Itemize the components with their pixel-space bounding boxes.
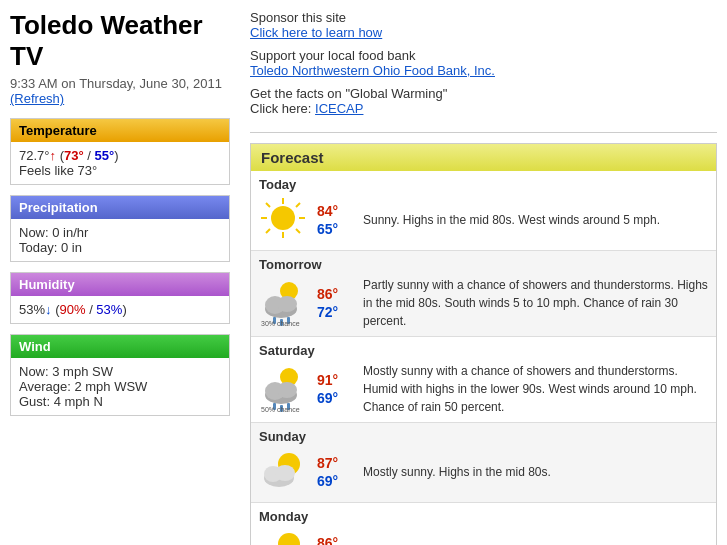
forecast-icon-temps: 87° 69° Mostly sunny. Highs in the mid 8…	[259, 448, 708, 496]
temperature-header: Temperature	[11, 119, 229, 142]
humidity-trend: ↓	[45, 302, 52, 317]
humidity-low: 53%	[96, 302, 122, 317]
precipitation-card: Precipitation Now: 0 in/hr Today: 0 in	[10, 195, 230, 262]
forecast-temps: 84° 65°	[317, 203, 353, 237]
svg-text:50% chance: 50% chance	[261, 406, 300, 413]
svg-point-12	[277, 296, 297, 312]
forecast-day-row: Today 84° 65° Sunny. Highs in the mid 80…	[251, 171, 716, 251]
forecast-high: 91°	[317, 372, 338, 388]
sponsor-link-2[interactable]: Toledo Northwestern Ohio Food Bank, Inc.	[250, 63, 717, 78]
sponsor-line3: Get the facts on "Global Warming"	[250, 86, 447, 101]
forecast-day-row: Saturday 50% chance 91° 69° Mostly sunny…	[251, 337, 716, 423]
subtitle-text: 9:33 AM on Thursday, June 30, 2011	[10, 76, 222, 91]
forecast-day-name: Today	[259, 177, 708, 192]
sponsor-block-1: Sponsor this site Click here to learn ho…	[250, 10, 717, 40]
svg-point-29	[278, 533, 300, 545]
humidity-current: 53%	[19, 302, 45, 317]
precipitation-body: Now: 0 in/hr Today: 0 in	[11, 219, 229, 261]
refresh-link[interactable]: (Refresh)	[10, 91, 64, 106]
sponsor-line3b: Click here:	[250, 101, 311, 116]
forecast-weather-icon: 30% chance	[259, 279, 311, 327]
forecast-temps: 86° 69°	[317, 535, 353, 545]
svg-line-7	[266, 229, 270, 233]
forecast-temps: 86° 72°	[317, 286, 353, 320]
forecast-high: 86°	[317, 286, 338, 302]
temp-trend: ↑	[50, 148, 57, 163]
forecast-description: Partly sunny with a chance of showers an…	[359, 276, 708, 330]
forecast-day-name: Tomorrow	[259, 257, 708, 272]
forecast-day-inner: Monday 86° 69° Mostly sunny. Highs in th…	[259, 509, 708, 545]
forecast-icon-temps: 86° 69° Mostly sunny. Highs in the mid 8…	[259, 528, 708, 545]
humidity-high: 90%	[59, 302, 85, 317]
sponsor-section: Sponsor this site Click here to learn ho…	[250, 10, 717, 133]
temperature-reading: 72.7°↑ (73° / 55°)	[19, 148, 221, 163]
temp-high: 73°	[64, 148, 84, 163]
feels-like: Feels like 73°	[19, 163, 221, 178]
humidity-header: Humidity	[11, 273, 229, 296]
forecast-temps: 87° 69°	[317, 455, 353, 489]
forecast-low: 69°	[317, 473, 338, 489]
forecast-high: 86°	[317, 535, 338, 545]
sponsor-line1: Sponsor this site	[250, 10, 346, 25]
sponsor-block-2: Support your local food bank Toledo Nort…	[250, 48, 717, 78]
svg-text:30% chance: 30% chance	[261, 320, 300, 327]
forecast-low: 72°	[317, 304, 338, 320]
temp-low: 55°	[94, 148, 114, 163]
wind-gust: Gust: 4 mph N	[19, 394, 221, 409]
forecast-description: Mostly sunny with a chance of showers an…	[359, 362, 708, 416]
forecast-day-row: Sunday 87° 69° Mostly sunny. Highs in th…	[251, 423, 716, 503]
svg-point-28	[275, 465, 295, 481]
humidity-card: Humidity 53%↓ (90% / 53%)	[10, 272, 230, 324]
forecast-low: 69°	[317, 390, 338, 406]
forecast-day-inner: Saturday 50% chance 91° 69° Mostly sunny…	[259, 343, 708, 416]
svg-point-8	[271, 206, 295, 230]
temp-current: 72.7°	[19, 148, 50, 163]
forecast-temps: 91° 69°	[317, 372, 353, 406]
precipitation-header: Precipitation	[11, 196, 229, 219]
forecast-icon-temps: 50% chance 91° 69° Mostly sunny with a c…	[259, 362, 708, 416]
forecast-day-row: Monday 86° 69° Mostly sunny. Highs in th…	[251, 503, 716, 545]
humidity-body: 53%↓ (90% / 53%)	[11, 296, 229, 323]
sponsor-link-3[interactable]: ICECAP	[315, 101, 363, 116]
forecast-box: Forecast Today 84° 65° Sunny. Highs in t…	[250, 143, 717, 545]
sponsor-block-3: Get the facts on "Global Warming" Click …	[250, 86, 717, 116]
svg-line-4	[266, 203, 270, 207]
forecast-weather-icon	[259, 448, 311, 496]
wind-now: Now: 3 mph SW	[19, 364, 221, 379]
wind-card: Wind Now: 3 mph SW Average: 2 mph WSW Gu…	[10, 334, 230, 416]
forecast-header: Forecast	[251, 144, 716, 171]
svg-point-20	[277, 382, 297, 398]
forecast-icon-temps: 30% chance 86° 72° Partly sunny with a c…	[259, 276, 708, 330]
forecast-description: Sunny. Highs in the mid 80s. West winds …	[359, 211, 660, 229]
forecast-day-name: Saturday	[259, 343, 708, 358]
forecast-day-name: Sunday	[259, 429, 708, 444]
forecast-low: 65°	[317, 221, 338, 237]
forecast-weather-icon	[259, 528, 311, 545]
forecast-day-row: Tomorrow 30% chance 86° 72° Partly sunny…	[251, 251, 716, 337]
forecast-day-inner: Tomorrow 30% chance 86° 72° Partly sunny…	[259, 257, 708, 330]
forecast-day-inner: Today 84° 65° Sunny. Highs in the mid 80…	[259, 177, 708, 244]
svg-line-6	[296, 203, 300, 207]
forecast-icon-temps: 84° 65° Sunny. Highs in the mid 80s. Wes…	[259, 196, 708, 244]
forecast-weather-icon: 50% chance	[259, 365, 311, 413]
forecast-high: 87°	[317, 455, 338, 471]
wind-average: Average: 2 mph WSW	[19, 379, 221, 394]
sponsor-line2: Support your local food bank	[250, 48, 416, 63]
page-title: Toledo Weather TV	[10, 10, 230, 72]
temperature-card: Temperature 72.7°↑ (73° / 55°) Feels lik…	[10, 118, 230, 185]
forecast-description: Mostly sunny. Highs in the mid 80s.	[359, 463, 551, 481]
page-subtitle: 9:33 AM on Thursday, June 30, 2011 (Refr…	[10, 76, 230, 106]
forecast-day-name: Monday	[259, 509, 708, 524]
precip-now: Now: 0 in/hr	[19, 225, 221, 240]
forecast-high: 84°	[317, 203, 338, 219]
sponsor-link-1[interactable]: Click here to learn how	[250, 25, 717, 40]
wind-header: Wind	[11, 335, 229, 358]
svg-line-5	[296, 229, 300, 233]
forecast-day-inner: Sunday 87° 69° Mostly sunny. Highs in th…	[259, 429, 708, 496]
precip-today: Today: 0 in	[19, 240, 221, 255]
temperature-body: 72.7°↑ (73° / 55°) Feels like 73°	[11, 142, 229, 184]
wind-body: Now: 3 mph SW Average: 2 mph WSW Gust: 4…	[11, 358, 229, 415]
forecast-weather-icon	[259, 196, 311, 244]
